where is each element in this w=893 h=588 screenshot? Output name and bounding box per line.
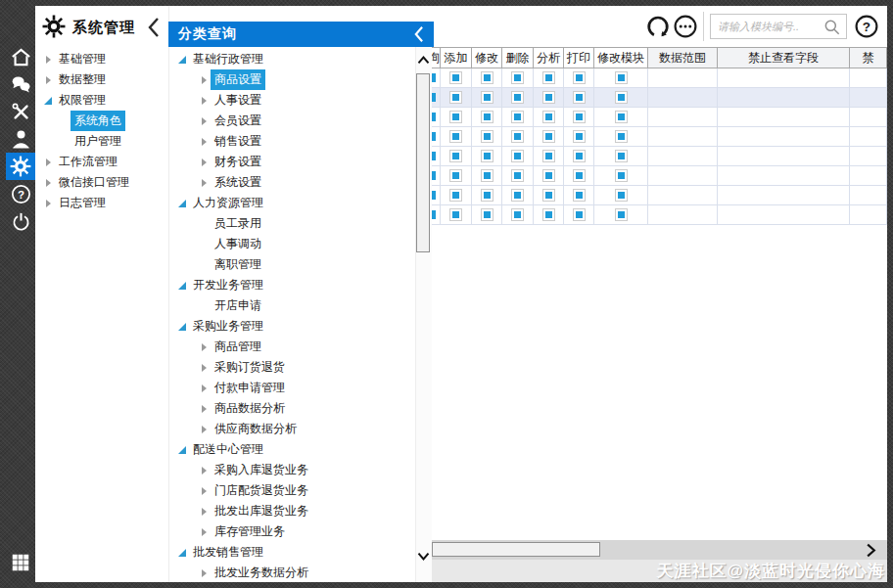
permission-checkbox-cell[interactable] <box>441 186 472 204</box>
permission-checkbox-cell[interactable] <box>534 205 564 224</box>
checkbox-checked-icon[interactable] <box>615 111 628 123</box>
permission-checkbox-cell[interactable] <box>441 166 472 185</box>
permission-checkbox-cell[interactable] <box>564 127 594 146</box>
tree-item-17[interactable]: 商品数据分析 <box>169 398 415 419</box>
checkbox-checked-icon[interactable] <box>511 169 524 182</box>
checkbox-checked-icon[interactable] <box>449 71 462 84</box>
collapsed-triangle-icon[interactable] <box>197 158 211 166</box>
collapsed-triangle-icon[interactable] <box>41 158 55 166</box>
scroll-right-icon[interactable] <box>862 541 879 559</box>
expanded-triangle-icon[interactable] <box>175 282 189 290</box>
permission-checkbox-cell[interactable] <box>441 147 472 165</box>
permission-checkbox-cell[interactable] <box>564 147 594 165</box>
collapsed-triangle-icon[interactable] <box>197 76 211 84</box>
column-header-8[interactable]: 禁止查看字段 <box>718 48 850 68</box>
permission-checkbox-cell[interactable] <box>432 108 441 126</box>
checkbox-checked-icon[interactable] <box>615 189 628 202</box>
checkbox-checked-icon[interactable] <box>573 189 586 202</box>
checkbox-checked-icon[interactable] <box>615 71 628 84</box>
tools-icon[interactable] <box>6 98 35 125</box>
table-row[interactable] <box>432 108 887 127</box>
nav-item-3[interactable]: 系统角色 <box>35 111 168 131</box>
checkbox-checked-icon[interactable] <box>449 189 462 202</box>
user-icon[interactable] <box>6 125 35 153</box>
tree-item-23[interactable]: 库存管理业务 <box>169 521 415 542</box>
permission-checkbox-cell[interactable] <box>432 147 441 165</box>
checkbox-checked-icon[interactable] <box>573 91 586 104</box>
permission-checkbox-cell[interactable] <box>594 108 648 126</box>
table-row[interactable] <box>432 166 887 186</box>
nav-item-2[interactable]: 权限管理 <box>35 90 168 111</box>
expanded-triangle-icon[interactable] <box>175 56 189 64</box>
permission-checkbox-cell[interactable] <box>432 166 441 185</box>
permission-checkbox-cell[interactable] <box>594 68 648 87</box>
checkbox-checked-icon[interactable] <box>481 150 494 162</box>
checkbox-checked-icon[interactable] <box>481 169 494 182</box>
checkbox-checked-icon[interactable] <box>615 91 628 104</box>
nav-item-4[interactable]: 用户管理 <box>35 131 168 152</box>
permission-checkbox-cell[interactable] <box>472 108 502 126</box>
checkbox-checked-icon[interactable] <box>511 189 524 202</box>
tree-item-13[interactable]: 采购业务管理 <box>169 316 415 337</box>
column-header-2[interactable]: 修改 <box>472 48 502 68</box>
permission-checkbox-cell[interactable] <box>472 205 502 224</box>
checkbox-checked-icon[interactable] <box>542 130 555 143</box>
help-icon[interactable]: ? <box>853 13 880 40</box>
checkbox-checked-icon[interactable] <box>615 130 628 143</box>
checkbox-checked-icon[interactable] <box>511 111 524 123</box>
collapsed-triangle-icon[interactable] <box>197 343 211 351</box>
collapsed-triangle-icon[interactable] <box>197 467 211 475</box>
column-header-5[interactable]: 打印 <box>564 48 594 68</box>
column-header-6[interactable]: 修改模块 <box>594 48 648 68</box>
permission-checkbox-cell[interactable] <box>432 205 441 224</box>
permission-checkbox-cell[interactable] <box>502 186 534 204</box>
permission-checkbox-cell[interactable] <box>534 186 564 204</box>
permission-checkbox-cell[interactable] <box>534 166 564 185</box>
permission-checkbox-cell[interactable] <box>472 88 502 107</box>
collapsed-triangle-icon[interactable] <box>197 508 211 516</box>
horizontal-scrollbar[interactable] <box>432 540 887 560</box>
tree-item-1[interactable]: 商品设置 <box>169 69 415 90</box>
permission-checkbox-cell[interactable] <box>564 186 594 204</box>
column-header-9[interactable]: 禁 <box>850 48 887 68</box>
permission-checkbox-cell[interactable] <box>432 127 441 146</box>
permission-checkbox-cell[interactable] <box>564 108 594 126</box>
tree-collapse-chevron-icon[interactable] <box>412 25 425 43</box>
checkbox-checked-icon[interactable] <box>481 71 494 84</box>
expanded-triangle-icon[interactable] <box>175 549 189 557</box>
table-row[interactable] <box>432 88 887 108</box>
checkbox-checked-icon[interactable] <box>615 169 628 182</box>
permission-checkbox-cell[interactable] <box>472 186 502 204</box>
checkbox-checked-icon[interactable] <box>449 169 462 182</box>
checkbox-checked-icon[interactable] <box>573 208 586 221</box>
permission-checkbox-cell[interactable] <box>472 147 502 165</box>
module-search-input[interactable] <box>718 21 823 32</box>
checkbox-checked-icon[interactable] <box>542 208 555 221</box>
permission-checkbox-cell[interactable] <box>594 127 648 146</box>
checkbox-checked-icon[interactable] <box>511 91 524 104</box>
permission-checkbox-cell[interactable] <box>502 147 534 165</box>
permission-checkbox-cell[interactable] <box>534 147 564 165</box>
collapsed-triangle-icon[interactable] <box>197 179 211 187</box>
checkbox-checked-icon[interactable] <box>615 150 628 162</box>
tree-item-3[interactable]: 会员设置 <box>169 111 415 131</box>
table-row[interactable] <box>432 68 887 88</box>
permission-checkbox-cell[interactable] <box>594 147 648 165</box>
permission-checkbox-cell[interactable] <box>502 88 534 107</box>
permission-checkbox-cell[interactable] <box>472 166 502 185</box>
permission-checkbox-cell[interactable] <box>432 186 441 204</box>
checkbox-checked-icon[interactable] <box>481 111 494 123</box>
nav-item-0[interactable]: 基础管理 <box>35 49 168 69</box>
nav-item-6[interactable]: 微信接口管理 <box>35 172 168 193</box>
checkbox-checked-icon[interactable] <box>542 150 555 162</box>
permission-checkbox-cell[interactable] <box>534 88 564 107</box>
permission-checkbox-cell[interactable] <box>564 205 594 224</box>
checkbox-checked-icon[interactable] <box>511 208 524 221</box>
module-search-box[interactable] <box>710 14 847 39</box>
checkbox-checked-icon[interactable] <box>449 150 462 162</box>
column-header-0[interactable]: 询 <box>432 48 441 68</box>
tree-item-11[interactable]: 开发业务管理 <box>169 275 415 295</box>
search-icon[interactable] <box>822 18 842 41</box>
tree-item-5[interactable]: 财务设置 <box>169 152 415 172</box>
table-row[interactable] <box>432 186 887 205</box>
